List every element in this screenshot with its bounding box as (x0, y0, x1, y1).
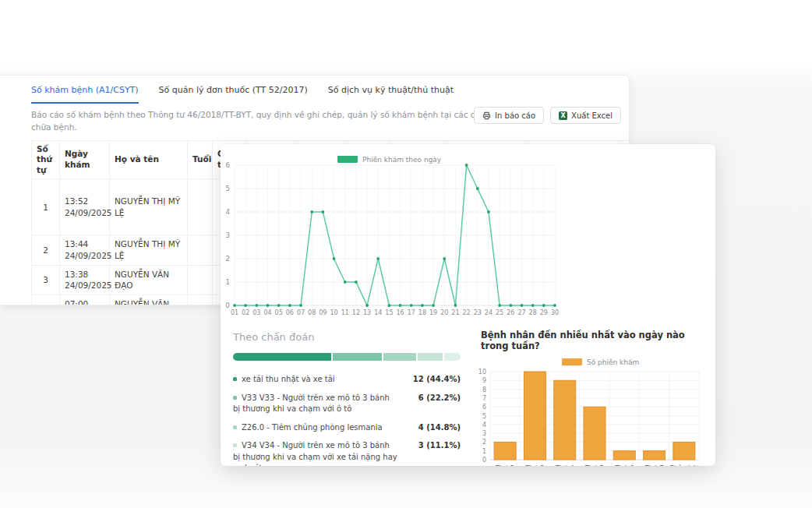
diagnosis-list: xe tải thu nhật và xe tải12 (44.4%)V33 V… (233, 374, 461, 466)
svg-text:Phiên khám theo ngày: Phiên khám theo ngày (362, 156, 442, 164)
svg-text:11: 11 (341, 309, 349, 316)
svg-text:01: 01 (231, 309, 238, 316)
diagnosis-segment-2 (383, 353, 416, 361)
cell-3 (188, 295, 213, 305)
svg-text:05: 05 (275, 309, 283, 316)
svg-text:09: 09 (319, 309, 327, 316)
svg-text:25: 25 (496, 309, 503, 316)
diagnosis-item-2: Z26.0 - Tiêm chủng phòng lesmania4 (14.8… (233, 422, 461, 434)
svg-text:1: 1 (482, 448, 486, 455)
svg-text:17: 17 (408, 309, 415, 316)
svg-text:03: 03 (252, 309, 260, 316)
svg-text:02: 02 (242, 309, 249, 316)
diagnosis-segment-4 (444, 353, 461, 361)
export-excel-button[interactable]: X Xuất Excel (550, 107, 621, 124)
svg-text:0: 0 (226, 302, 230, 309)
diagnosis-segment-1 (333, 353, 382, 361)
svg-text:29: 29 (540, 309, 548, 316)
svg-text:18: 18 (418, 309, 426, 316)
svg-text:Chủ nhật: Chủ nhật (669, 464, 699, 466)
svg-text:08: 08 (308, 309, 316, 316)
diagnosis-label: V33 V33 - Người trên xe mô tô 3 bánh bị … (233, 393, 398, 415)
diagnosis-value: 4 (14.8%) (418, 422, 461, 432)
svg-text:Số phiên khám: Số phiên khám (587, 358, 639, 366)
cell-2: NGUYỄN VĂN ĐẠO (110, 265, 188, 295)
column-header-3: Tuổi (188, 140, 213, 179)
diagnosis-item-1: V33 V33 - Người trên xe mô tô 3 bánh bị … (233, 393, 461, 415)
svg-text:20: 20 (440, 309, 448, 316)
svg-text:Thứ 7: Thứ 7 (644, 464, 664, 466)
diagnosis-bullet-icon (233, 377, 237, 381)
svg-text:Thứ 3: Thứ 3 (524, 464, 544, 466)
svg-text:8: 8 (482, 386, 486, 393)
svg-text:Thứ 2: Thứ 2 (495, 464, 514, 466)
svg-text:30: 30 (551, 309, 559, 316)
svg-text:Thứ 5: Thứ 5 (584, 464, 604, 466)
svg-text:1: 1 (226, 278, 230, 286)
bar-chart-legend: Số phiên khám (562, 358, 639, 366)
cell-2: NGUYỄN VĂN ĐẠO (110, 295, 188, 305)
cell-0: 4 (32, 295, 60, 305)
cell-1: 07:0024/09/2025 (60, 295, 110, 305)
svg-text:07: 07 (297, 309, 305, 316)
cell-3 (188, 235, 213, 265)
svg-text:26: 26 (507, 309, 514, 316)
svg-text:19: 19 (429, 309, 437, 316)
svg-text:10: 10 (478, 369, 486, 376)
diagnosis-value: 12 (44.4%) (413, 374, 461, 383)
svg-text:3: 3 (482, 430, 486, 437)
svg-text:24: 24 (485, 309, 492, 316)
cell-1: 13:3824/09/2025 (60, 265, 110, 295)
svg-text:9: 9 (482, 377, 486, 384)
svg-text:2: 2 (226, 255, 230, 263)
svg-text:22: 22 (463, 309, 471, 316)
print-report-button[interactable]: In báo cáo (474, 107, 544, 124)
excel-icon: X (559, 111, 567, 120)
svg-text:6: 6 (482, 404, 486, 411)
cell-0: 3 (32, 265, 60, 295)
svg-text:21: 21 (451, 309, 459, 316)
diagnosis-bullet-icon (233, 443, 237, 447)
tab-1[interactable]: Số quản lý đơn thuốc (TT 52/2017) (159, 85, 308, 104)
svg-text:7: 7 (482, 395, 486, 402)
cell-3 (188, 179, 213, 235)
weekday-section: Bệnh nhân đến nhiều nhất vào ngày nào tr… (478, 330, 711, 466)
diagnosis-section-title: Theo chẩn đoán (233, 331, 461, 343)
tab-0[interactable]: Số khám bệnh (A1/CSYT) (31, 85, 139, 104)
diagnosis-section: Theo chẩn đoán xe tải thu nhật và xe tải… (233, 331, 461, 466)
report-actions: In báo cáo X Xuất Excel (474, 107, 621, 124)
sessions-by-weekday-bar-chart: Số phiên khám012345678910Thứ 2Thứ 3Thứ 4… (478, 355, 711, 466)
cell-2: NGUYỄN THỊ MỸ LỆ (110, 235, 188, 265)
print-report-label: In báo cáo (495, 111, 535, 120)
diagnosis-bullet-icon (233, 425, 237, 429)
diagnosis-item-0: xe tải thu nhật và xe tải12 (44.4%) (233, 374, 461, 386)
svg-text:28: 28 (529, 309, 537, 316)
diagnosis-item-3: V34 V34 - Người trên xe mô tô 3 bánh bị … (233, 440, 461, 466)
printer-icon (482, 111, 491, 120)
diagnosis-distribution-bar (233, 353, 461, 361)
cell-2: NGUYỄN THỊ MỸ LỆ (110, 179, 188, 235)
svg-text:5: 5 (482, 413, 486, 420)
cell-3 (188, 265, 213, 295)
tab-2[interactable]: Số dịch vụ kỹ thuật/thủ thuật (328, 85, 454, 104)
column-header-1: Ngày khám (60, 140, 110, 179)
line-chart-legend: Phiên khám theo ngày (337, 156, 442, 164)
column-header-2: Họ và tên (110, 140, 188, 179)
weekday-chart-title: Bệnh nhân đến nhiều nhất vào ngày nào tr… (481, 330, 711, 351)
svg-text:Thứ 6: Thứ 6 (614, 464, 634, 466)
svg-text:4: 4 (226, 208, 230, 216)
svg-text:13: 13 (363, 309, 371, 316)
statistics-panel: Phiên khám theo ngày01234560102030405060… (221, 144, 715, 466)
cell-0: 1 (32, 179, 60, 235)
svg-text:3: 3 (226, 231, 230, 239)
svg-text:14: 14 (374, 309, 382, 316)
diagnosis-label: xe tải thu nhật và xe tải (233, 374, 398, 386)
svg-text:10: 10 (330, 309, 337, 316)
diagnosis-segment-0 (233, 353, 331, 361)
svg-text:27: 27 (517, 309, 525, 316)
svg-text:06: 06 (286, 309, 294, 316)
sessions-by-day-line-chart: Phiên khám theo ngày01234560102030405060… (221, 154, 715, 321)
export-excel-label: Xuất Excel (571, 111, 613, 120)
cell-0: 2 (32, 235, 60, 265)
diagnosis-bullet-icon (233, 396, 237, 400)
